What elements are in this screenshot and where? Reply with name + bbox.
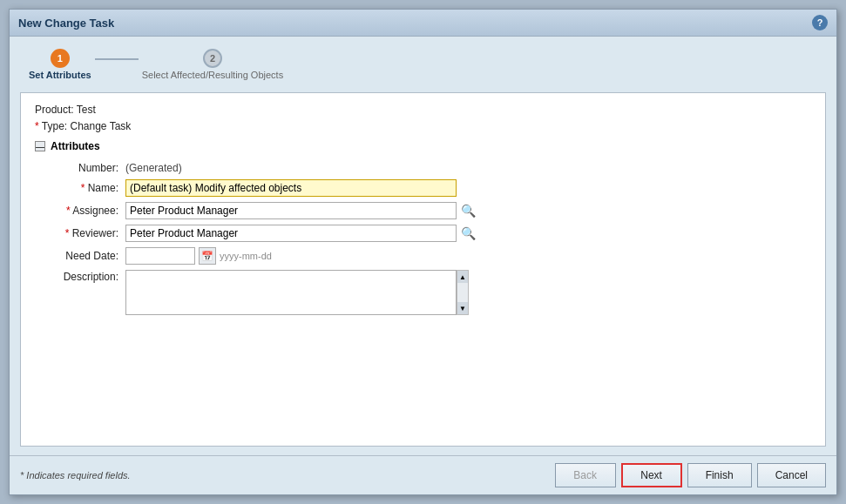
step-2-circle: 2: [203, 49, 222, 68]
footer-note: * Indicates required fields.: [20, 470, 131, 480]
assignee-input[interactable]: [125, 202, 457, 219]
step-1-label: Set Attributes: [29, 70, 91, 80]
calendar-button[interactable]: 📅: [199, 247, 216, 265]
name-value-cell: [122, 177, 811, 199]
date-hint: yyyy-mm-dd: [220, 251, 272, 261]
need-date-label: Need Date:: [35, 245, 122, 267]
dialog-body: 1 Set Attributes 2 Select Affected/Resul…: [10, 37, 836, 455]
reviewer-input[interactable]: [125, 225, 457, 242]
number-value: (Generated): [122, 159, 811, 177]
title-bar: New Change Task ?: [10, 10, 836, 37]
reviewer-field-group: 🔍: [125, 225, 808, 242]
assignee-field-group: 🔍: [125, 202, 808, 219]
step-connector: [95, 58, 139, 60]
form-row-number: Number: (Generated): [35, 159, 811, 177]
number-label: Number:: [35, 159, 122, 177]
new-change-task-dialog: New Change Task ? 1 Set Attributes 2 Sel…: [9, 9, 837, 495]
reviewer-value-cell: 🔍: [122, 222, 811, 245]
reviewer-required-star: *: [65, 227, 70, 239]
name-input[interactable]: [125, 179, 457, 197]
step-2[interactable]: 2 Select Affected/Resulting Objects: [142, 49, 283, 80]
footer-buttons: Back Next Finish Cancel: [555, 463, 826, 487]
form-row-need-date: Need Date: 📅 yyyy-mm-dd: [35, 245, 811, 267]
reviewer-label: * Reviewer:: [35, 222, 122, 245]
next-button[interactable]: Next: [621, 463, 682, 487]
name-required-star: *: [81, 182, 85, 194]
assignee-required-star: *: [66, 205, 71, 217]
assignee-value-cell: 🔍: [122, 199, 811, 222]
assignee-label: * Assignee:: [35, 199, 122, 222]
help-icon[interactable]: ?: [812, 15, 828, 30]
collapse-button[interactable]: —: [35, 141, 45, 151]
date-row: 📅 yyyy-mm-dd: [125, 247, 808, 265]
description-scrollbar[interactable]: ▲ ▼: [457, 270, 469, 315]
product-label: Product:: [35, 104, 74, 116]
need-date-input[interactable]: [125, 247, 195, 265]
type-label: Type:: [42, 120, 67, 132]
cancel-button[interactable]: Cancel: [757, 463, 826, 487]
content-panel: Product: Test * Type: Change Task — Attr…: [20, 92, 826, 447]
step-2-label: Select Affected/Resulting Objects: [142, 70, 283, 80]
step-1-circle: 1: [51, 49, 70, 68]
type-value: Change Task: [71, 120, 132, 132]
form-row-description: Description: ▲ ▼: [35, 267, 811, 318]
attributes-title: Attributes: [51, 140, 100, 152]
wizard-steps: 1 Set Attributes 2 Select Affected/Resul…: [20, 45, 826, 85]
scroll-up-btn[interactable]: ▲: [457, 271, 468, 283]
form-table: Number: (Generated) * Name:: [35, 159, 811, 318]
product-value: Test: [77, 104, 96, 116]
reviewer-search-icon[interactable]: 🔍: [460, 225, 476, 241]
scroll-down-btn[interactable]: ▼: [457, 302, 468, 314]
dialog-footer: * Indicates required fields. Back Next F…: [10, 455, 836, 494]
type-required-marker: *: [35, 120, 39, 132]
step-1[interactable]: 1 Set Attributes: [29, 49, 91, 80]
back-button[interactable]: Back: [555, 463, 616, 487]
description-input[interactable]: [125, 270, 457, 315]
form-row-assignee: * Assignee: 🔍: [35, 199, 811, 222]
finish-button[interactable]: Finish: [687, 463, 752, 487]
need-date-value-cell: 📅 yyyy-mm-dd: [122, 245, 811, 267]
description-value-cell: ▲ ▼: [122, 267, 811, 318]
description-field-group: ▲ ▼: [125, 270, 808, 315]
dialog-title: New Change Task: [18, 17, 114, 30]
type-line: * Type: Change Task: [35, 118, 811, 135]
description-label: Description:: [35, 267, 122, 318]
form-row-name: * Name:: [35, 177, 811, 199]
attributes-section-header: — Attributes: [35, 140, 811, 152]
name-label: * Name:: [35, 177, 122, 199]
assignee-search-icon[interactable]: 🔍: [460, 203, 476, 218]
form-row-reviewer: * Reviewer: 🔍: [35, 222, 811, 245]
product-info: Product: Test * Type: Change Task: [35, 102, 811, 135]
product-line: Product: Test: [35, 102, 811, 118]
